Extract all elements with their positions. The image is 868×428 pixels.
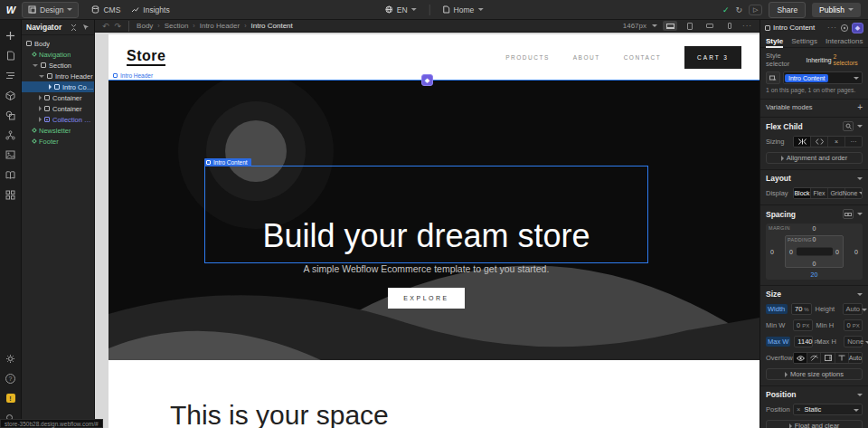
selector-state-icon[interactable] <box>766 71 780 84</box>
nav-link-contact[interactable]: CONTACT <box>624 54 661 61</box>
sizing-none-icon[interactable]: × <box>828 137 845 147</box>
navigator-button[interactable] <box>0 65 22 85</box>
navigator-item-body[interactable]: Body <box>22 38 94 49</box>
chevron-down-icon[interactable] <box>857 125 863 128</box>
margin-top-value[interactable]: 0 <box>813 225 816 232</box>
chevron-down-icon[interactable] <box>857 177 863 180</box>
insights-button[interactable]: Insights <box>126 3 175 17</box>
history-icon[interactable]: ↻ <box>735 5 742 14</box>
cart-button[interactable]: CART 3 <box>684 46 741 69</box>
breadcrumb-intro-content[interactable]: Intro Content <box>251 22 293 30</box>
hero-subtitle[interactable]: A simple Webflow Ecommerce template to g… <box>304 263 550 274</box>
spacing-settings-icon[interactable] <box>843 209 854 219</box>
navigator-item-newsletter[interactable]: Newsletter <box>22 125 94 136</box>
breadcrumb-body[interactable]: Body <box>137 22 153 30</box>
interactions-button[interactable] <box>0 125 22 145</box>
settings-gear-icon[interactable] <box>0 348 22 368</box>
tab-settings[interactable]: Settings <box>791 35 817 48</box>
margin-right-value[interactable]: 0 <box>854 249 858 255</box>
navigator-item-intro-header[interactable]: Intro Header <box>22 71 94 81</box>
padding-left-value[interactable]: 0 <box>789 249 793 255</box>
intro-header-element-badge[interactable]: Intro Header <box>111 71 155 80</box>
pages-button[interactable] <box>0 45 22 65</box>
publish-button[interactable]: Publish <box>812 3 861 17</box>
caret-collapsed-icon[interactable] <box>49 84 52 90</box>
caret-collapsed-icon[interactable] <box>39 106 42 111</box>
overflow-clip-icon[interactable] <box>835 353 849 363</box>
collapse-all-icon[interactable] <box>70 24 78 32</box>
max-height-input[interactable]: None <box>844 336 863 347</box>
position-dropdown[interactable]: × Static <box>793 404 863 415</box>
overflow-auto-option[interactable]: Auto <box>849 353 862 363</box>
margin-bottom-value[interactable]: 20 <box>811 271 818 278</box>
class-pill[interactable]: Intro Content <box>785 74 828 82</box>
navigator-item-section[interactable]: Section <box>22 60 94 71</box>
alignment-order-button[interactable]: Alignment and order <box>766 152 863 164</box>
more-options-icon[interactable]: ··· <box>827 24 837 32</box>
display-none-option[interactable]: None <box>845 188 862 198</box>
tab-style[interactable]: Style <box>766 35 783 48</box>
follow-selection-icon[interactable] <box>82 24 90 31</box>
redo-icon[interactable]: ↷ <box>115 22 122 31</box>
caret-collapsed-icon[interactable] <box>39 117 42 122</box>
more-breakpoints-icon[interactable]: ··· <box>742 22 752 30</box>
breakpoint-phone-landscape-icon[interactable] <box>703 21 717 31</box>
components-button[interactable] <box>0 85 22 105</box>
padding-top-value[interactable]: 0 <box>813 236 816 243</box>
navigator-item-container[interactable]: Container <box>22 103 94 114</box>
page-body[interactable]: Store PRODUCTS ABOUT CONTACT CART 3 <box>108 34 760 428</box>
sizing-shrink-icon[interactable] <box>794 137 811 147</box>
sizing-grow-icon[interactable] <box>811 137 828 147</box>
site-header[interactable]: Store PRODUCTS ABOUT CONTACT CART 3 <box>108 34 760 80</box>
sizing-custom-icon[interactable]: ··· <box>845 137 862 147</box>
float-clear-button[interactable]: Float and clear <box>766 420 863 428</box>
min-width-unit[interactable]: PX <box>800 323 809 328</box>
more-size-options-button[interactable]: More size options <box>766 368 863 380</box>
breakpoint-phone-portrait-icon[interactable] <box>722 21 737 31</box>
help-icon[interactable]: ? <box>0 368 22 388</box>
ai-suggest-handle[interactable]: ◆ <box>421 74 433 86</box>
chevron-down-icon[interactable] <box>857 213 863 215</box>
spacing-diagram[interactable]: MARGIN 0 0 0 20 PADDING 0 0 0 0 <box>766 224 863 280</box>
caret-collapsed-icon[interactable] <box>39 95 42 100</box>
padding-right-value[interactable]: 0 <box>835 249 839 255</box>
share-button[interactable]: Share <box>769 2 806 18</box>
viewport-width-value[interactable]: 1467px <box>623 22 646 30</box>
design-mode-button[interactable]: Design <box>22 2 79 18</box>
audit-warning-icon[interactable]: ! <box>0 388 22 408</box>
padding-bottom-value[interactable]: 0 <box>813 261 816 267</box>
min-height-unit[interactable]: PX <box>851 323 860 328</box>
overflow-hidden-icon[interactable] <box>807 353 821 363</box>
webflow-logo[interactable]: W <box>0 5 22 15</box>
max-width-input[interactable]: 1140PX <box>794 336 813 347</box>
style-guide-button[interactable] <box>0 165 22 185</box>
chevron-down-icon[interactable] <box>857 394 863 396</box>
width-input[interactable]: 70% <box>791 303 812 315</box>
inheriting-count[interactable]: 2 selectors <box>834 53 863 66</box>
display-flex-option[interactable]: Flex <box>811 188 828 198</box>
breakpoint-desktop-icon[interactable] <box>663 21 677 31</box>
tab-interactions[interactable]: Interactions <box>826 35 863 48</box>
caret-expanded-icon[interactable] <box>33 64 38 67</box>
navigator-item-footer[interactable]: Footer <box>22 136 94 147</box>
preview-icon[interactable]: ▷ <box>749 5 762 15</box>
undo-icon[interactable]: ↶ <box>102 22 109 31</box>
add-variable-mode-icon[interactable]: + <box>857 104 863 111</box>
assets-button[interactable] <box>0 145 22 165</box>
breadcrumb-intro-header[interactable]: Intro Header <box>200 22 240 30</box>
intro-content-element-badge[interactable]: Intro Content <box>204 158 251 166</box>
width-unit[interactable]: % <box>802 307 808 312</box>
component-create-icon[interactable] <box>840 24 849 33</box>
caret-expanded-icon[interactable] <box>39 75 44 78</box>
overflow-scroll-icon[interactable] <box>821 353 835 363</box>
display-block-option[interactable]: Block <box>794 188 811 198</box>
nav-link-products[interactable]: PRODUCTS <box>505 54 549 61</box>
min-height-input[interactable]: 0PX <box>844 319 863 331</box>
page-switcher[interactable]: Home <box>438 3 489 17</box>
overflow-visible-icon[interactable] <box>794 353 807 363</box>
navigator-item-navigation[interactable]: Navigation <box>22 49 94 60</box>
cms-button[interactable]: CMS <box>86 3 126 17</box>
navigator-item-collection-list[interactable]: Collection List Wra... <box>22 114 94 125</box>
store-logo[interactable]: Store <box>127 48 165 66</box>
breadcrumb-section[interactable]: Section <box>165 22 189 30</box>
